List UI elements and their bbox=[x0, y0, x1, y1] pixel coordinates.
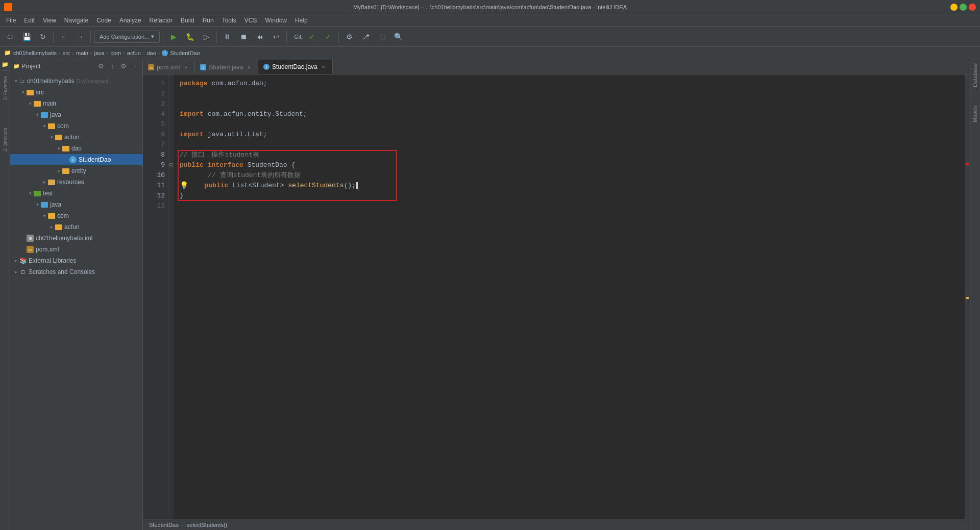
menu-bar: File Edit View Navigate Code Analyze Ref… bbox=[0, 14, 980, 27]
breadcrumb-com[interactable]: com bbox=[110, 50, 121, 56]
tree-item-scratches[interactable]: 🗒 Scratches and Consoles bbox=[10, 266, 142, 277]
menu-help[interactable]: Help bbox=[291, 16, 312, 25]
run-button[interactable]: ▶ bbox=[166, 30, 181, 44]
tree-item-java[interactable]: java bbox=[10, 109, 142, 120]
method-name-selectstudents: selectStudents bbox=[288, 181, 344, 191]
tree-item-ext-lib[interactable]: 📚 External Libraries bbox=[10, 255, 142, 266]
tree-item-ch01[interactable]: 🗂 ch01hellomybatis D:\Workspace\ bbox=[10, 75, 142, 87]
tree-item-studentdao[interactable]: I StudentDao bbox=[10, 154, 142, 165]
pom-tab-close[interactable]: × bbox=[182, 64, 189, 71]
bulb-icon[interactable]: 💡 bbox=[180, 181, 188, 191]
tab-student[interactable]: J Student.java × bbox=[195, 61, 258, 74]
close-button[interactable]: × bbox=[969, 4, 976, 11]
toolbar-project-icon[interactable]: 🗂 bbox=[3, 30, 17, 44]
tree-item-resources[interactable]: resources bbox=[10, 176, 142, 188]
title-bar: MyBatis01 [D:\Workspace] – ...\ch01hello… bbox=[0, 0, 980, 14]
git-commit[interactable]: ✓ bbox=[321, 30, 335, 44]
tree-item-pom[interactable]: m pom.xml bbox=[10, 244, 142, 255]
tree-item-java2[interactable]: java bbox=[10, 199, 142, 210]
toolbar-btn-5[interactable]: ⏸ bbox=[220, 30, 234, 44]
menu-view[interactable]: View bbox=[39, 16, 60, 25]
menu-tools[interactable]: Tools bbox=[218, 16, 240, 25]
toolbar-refresh[interactable]: ↻ bbox=[36, 30, 50, 44]
tab-pom[interactable]: m pom.xml × bbox=[143, 61, 195, 74]
right-tab-maven[interactable]: Maven bbox=[970, 102, 980, 127]
menu-run[interactable]: Run bbox=[199, 16, 218, 25]
sidebar-sync-icon[interactable]: ⚙ bbox=[96, 62, 106, 71]
folder-icon-dao bbox=[62, 146, 69, 152]
minimize-button[interactable]: − bbox=[950, 4, 958, 11]
code-content[interactable]: package com.acfun.dao; import com.acfun.… bbox=[174, 74, 965, 519]
menu-vcs[interactable]: VCS bbox=[240, 16, 261, 25]
code-line-5 bbox=[180, 119, 965, 130]
tree-item-entity[interactable]: entity bbox=[10, 165, 142, 176]
toolbar-separator-3 bbox=[163, 31, 163, 43]
tree-item-src[interactable]: src bbox=[10, 87, 142, 98]
add-configuration-button[interactable]: Add Configuration... ▾ bbox=[94, 31, 160, 43]
toolbar-forward[interactable]: → bbox=[73, 30, 87, 44]
tree-label-main: main bbox=[43, 100, 56, 107]
fold-marker-9[interactable]: − bbox=[168, 160, 173, 170]
tree-item-com2[interactable]: com bbox=[10, 210, 142, 221]
run-with-coverage-button[interactable]: ▷ bbox=[199, 30, 213, 44]
menu-file[interactable]: File bbox=[2, 16, 20, 25]
menu-refactor[interactable]: Refactor bbox=[145, 16, 177, 25]
tree-arrow-acfun2 bbox=[48, 224, 55, 230]
menu-build[interactable]: Build bbox=[177, 16, 199, 25]
tree-item-acfun2[interactable]: acfun bbox=[10, 221, 142, 233]
code-line-2 bbox=[180, 89, 965, 99]
ext-lib-icon: 📚 bbox=[19, 257, 27, 264]
tree-label-com: com bbox=[57, 122, 69, 130]
tree-item-com[interactable]: com bbox=[10, 120, 142, 132]
tree-arrow-main bbox=[27, 101, 34, 106]
sidebar-minimize-icon[interactable]: − bbox=[130, 62, 139, 71]
fold-icon-9[interactable]: − bbox=[169, 163, 173, 167]
tree-arrow-ch01 bbox=[12, 79, 19, 84]
breadcrumb-acfun[interactable]: acfun bbox=[127, 50, 141, 56]
toolbar-vcs-ops[interactable]: ⎇ bbox=[358, 30, 373, 44]
student-tab-close[interactable]: × bbox=[246, 64, 253, 71]
studentdao-tab-close[interactable]: × bbox=[320, 63, 327, 70]
breadcrumb-java[interactable]: java bbox=[94, 50, 105, 56]
toolbar-btn-8[interactable]: ↩ bbox=[269, 30, 283, 44]
tree-item-iml[interactable]: ⚙ ch01hellomybatis.iml bbox=[10, 233, 142, 244]
breadcrumb-main[interactable]: main bbox=[76, 50, 88, 56]
sidebar-gear-icon[interactable]: ⚙ bbox=[119, 62, 128, 71]
sidebar-collapse-icon[interactable]: ↕ bbox=[108, 62, 117, 71]
menu-navigate[interactable]: Navigate bbox=[60, 16, 92, 25]
tab-studentdao[interactable]: I StudentDao.java × bbox=[258, 60, 333, 74]
editor-bc-studentdao[interactable]: StudentDao bbox=[149, 522, 179, 528]
left-tab-favorites[interactable]: 2: Favorites bbox=[2, 73, 9, 103]
git-check[interactable]: ✓ bbox=[305, 30, 319, 44]
menu-edit[interactable]: Edit bbox=[20, 16, 39, 25]
toolbar-save[interactable]: 💾 bbox=[19, 30, 34, 44]
right-tab-database[interactable]: Database bbox=[970, 59, 980, 91]
tree-arrow-acfun bbox=[48, 135, 55, 140]
tree-item-dao[interactable]: dao bbox=[10, 143, 142, 154]
menu-window[interactable]: Window bbox=[261, 16, 291, 25]
toolbar-terminal-btn[interactable]: □ bbox=[375, 30, 389, 44]
tree-item-main[interactable]: main bbox=[10, 98, 142, 109]
toolbar-separator-5 bbox=[286, 31, 287, 43]
toolbar-settings[interactable]: ⚙ bbox=[342, 30, 356, 44]
breadcrumb-dao[interactable]: dao bbox=[146, 50, 156, 56]
tree-item-acfun[interactable]: acfun bbox=[10, 132, 142, 143]
line-num-10: 10 bbox=[149, 170, 165, 181]
breadcrumb-ch01[interactable]: ch01hellomybatis bbox=[13, 50, 57, 56]
tree-item-test[interactable]: test bbox=[10, 188, 142, 199]
code-line-1: package com.acfun.dao; bbox=[180, 79, 965, 89]
editor-bc-selectstudents[interactable]: selectStudents() bbox=[187, 522, 227, 528]
breadcrumb-src[interactable]: src bbox=[63, 50, 70, 56]
left-tab-structure[interactable]: Z: Structure bbox=[2, 124, 9, 155]
toolbar-search[interactable]: 🔍 bbox=[391, 30, 405, 44]
toolbar-btn-7[interactable]: ⏮ bbox=[253, 30, 267, 44]
menu-code[interactable]: Code bbox=[92, 16, 115, 25]
breadcrumb-studentdao[interactable]: StudentDao bbox=[170, 50, 200, 56]
debug-button[interactable]: 🐛 bbox=[183, 30, 197, 44]
project-panel-icon[interactable]: 📁 bbox=[1, 60, 9, 68]
menu-analyze[interactable]: Analyze bbox=[115, 16, 145, 25]
toolbar-btn-6[interactable]: ⏹ bbox=[236, 30, 251, 44]
code-line-9: public interface StudentDao { bbox=[180, 160, 965, 170]
toolbar-back[interactable]: ← bbox=[57, 30, 71, 44]
maximize-button[interactable]: □ bbox=[960, 4, 967, 11]
